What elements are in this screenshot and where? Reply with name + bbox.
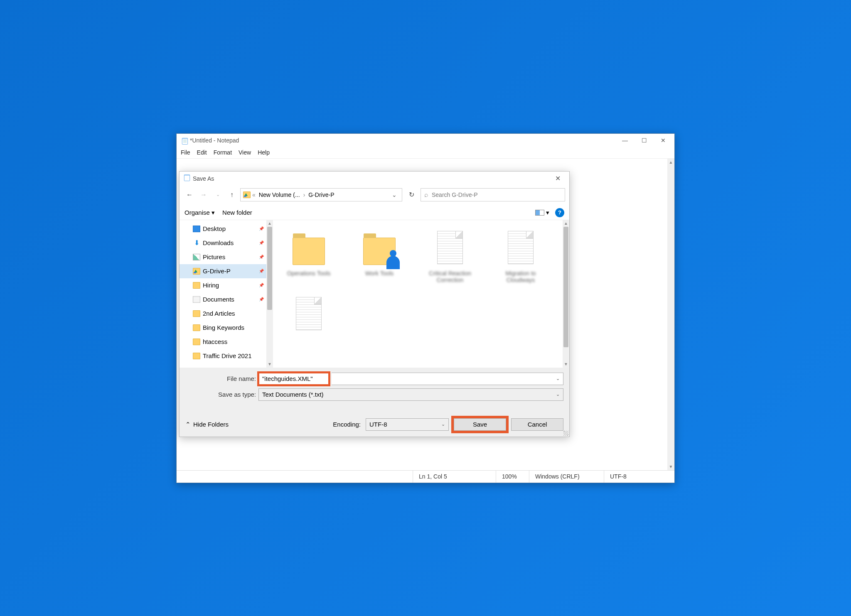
breadcrumb-dropdown[interactable]: ⌄ bbox=[389, 191, 399, 198]
savetype-label: Save as type: bbox=[185, 391, 256, 398]
pin-icon: 📌 bbox=[259, 255, 264, 259]
folder-item[interactable]: Work Tools bbox=[348, 223, 411, 287]
dialog-icon bbox=[183, 174, 191, 184]
status-line-ending: Windows (CRLF) bbox=[529, 471, 604, 483]
menu-bar: File Edit Format View Help bbox=[177, 147, 674, 159]
dialog-title: Save As bbox=[193, 175, 549, 182]
filename-dropdown[interactable]: ⌄ bbox=[332, 373, 563, 385]
status-position: Ln 1, Col 5 bbox=[413, 471, 496, 483]
file-scrollbar[interactable]: ▲▼ bbox=[563, 220, 569, 368]
tree-scrollbar[interactable]: ▲▼ bbox=[266, 220, 273, 368]
download-icon: ⬇ bbox=[193, 240, 200, 246]
hide-folders-button[interactable]: ⌃ Hide Folders bbox=[185, 421, 229, 428]
file-item[interactable]: Critical Reaction Correction bbox=[418, 223, 482, 287]
person-icon bbox=[386, 256, 400, 269]
folder-icon bbox=[193, 324, 200, 331]
editor-scrollbar[interactable]: ▲ ▼ bbox=[667, 159, 674, 470]
tree-item-desktop[interactable]: Desktop📌 bbox=[180, 222, 273, 236]
tree-item-gdrivep[interactable]: G-Drive-P📌 bbox=[180, 264, 273, 278]
tree-item-downloads[interactable]: ⬇Downloads📌 bbox=[180, 236, 273, 250]
pictures-icon bbox=[193, 254, 200, 260]
folder-icon bbox=[193, 282, 200, 289]
window-title: *Untitled - Notepad bbox=[190, 137, 615, 144]
gdrive-icon bbox=[243, 191, 251, 198]
recent-dropdown[interactable]: ⌄ bbox=[212, 189, 224, 201]
close-button[interactable]: ✕ bbox=[654, 134, 673, 147]
file-item[interactable] bbox=[277, 290, 340, 339]
menu-edit[interactable]: Edit bbox=[197, 149, 207, 156]
breadcrumb-seg-folder[interactable]: G-Drive-P bbox=[307, 191, 336, 198]
tree-item-pictures[interactable]: Pictures📌 bbox=[180, 250, 273, 264]
pin-icon: 📌 bbox=[259, 226, 264, 231]
save-button[interactable]: Save bbox=[454, 418, 506, 431]
file-list[interactable]: Operations Tools Work Tools Critical Rea… bbox=[273, 220, 569, 368]
tree-item-htaccess[interactable]: htaccess bbox=[180, 335, 273, 349]
thumbnail-view-icon bbox=[535, 210, 544, 216]
maximize-button[interactable]: ☐ bbox=[635, 134, 654, 147]
organise-menu[interactable]: Organise ▾ bbox=[184, 209, 215, 216]
search-icon: ⌕ bbox=[424, 191, 428, 199]
encoding-select[interactable]: UTF-8 ⌄ bbox=[366, 418, 449, 431]
folder-item[interactable]: Operations Tools bbox=[277, 223, 340, 287]
pin-icon: 📌 bbox=[259, 297, 264, 302]
notepad-window: *Untitled - Notepad — ☐ ✕ File Edit Form… bbox=[176, 133, 675, 483]
file-item[interactable]: Migration to Cloudways bbox=[489, 223, 552, 287]
documents-icon bbox=[193, 296, 200, 303]
save-as-dialog: Save As ✕ ← → ⌄ ↑ « New Volume (... › G-… bbox=[179, 171, 570, 437]
menu-format[interactable]: Format bbox=[214, 149, 232, 156]
forward-button[interactable]: → bbox=[198, 189, 209, 201]
status-encoding: UTF-8 bbox=[604, 471, 674, 483]
cancel-button[interactable]: Cancel bbox=[511, 418, 563, 431]
svg-rect-1 bbox=[184, 174, 189, 181]
tree-item-traffic-drive[interactable]: Traffic Drive 2021 bbox=[180, 349, 273, 363]
chevron-icon: « bbox=[251, 191, 256, 198]
tree-item-2nd-articles[interactable]: 2nd Articles bbox=[180, 307, 273, 321]
title-bar: *Untitled - Notepad — ☐ ✕ bbox=[177, 134, 674, 147]
refresh-button[interactable]: ↻ bbox=[405, 188, 418, 201]
menu-help[interactable]: Help bbox=[258, 149, 270, 156]
pin-icon: 📌 bbox=[259, 269, 264, 273]
gdrive-icon bbox=[193, 268, 200, 275]
up-button[interactable]: ↑ bbox=[226, 189, 238, 201]
filename-input[interactable]: "itechguides.XML" bbox=[258, 373, 329, 385]
view-mode-button[interactable]: ▾ bbox=[535, 209, 549, 216]
encoding-label: Encoding: bbox=[333, 421, 361, 428]
dialog-close-button[interactable]: ✕ bbox=[549, 174, 566, 182]
search-box[interactable]: ⌕ bbox=[421, 188, 565, 201]
menu-file[interactable]: File bbox=[181, 149, 190, 156]
folder-icon bbox=[193, 310, 200, 317]
menu-view[interactable]: View bbox=[239, 149, 251, 156]
text-editor[interactable]: ▲ ▼ Save As ✕ ← → ⌄ ↑ « New Volu bbox=[177, 159, 674, 470]
tree-item-documents[interactable]: Documents📌 bbox=[180, 292, 273, 307]
minimize-button[interactable]: — bbox=[615, 134, 635, 147]
tree-item-bing-keywords[interactable]: Bing Keywords bbox=[180, 321, 273, 335]
search-input[interactable] bbox=[432, 191, 561, 198]
back-button[interactable]: ← bbox=[184, 189, 195, 201]
pin-icon: 📌 bbox=[259, 241, 264, 245]
desktop-icon bbox=[193, 226, 200, 232]
savetype-select[interactable]: Text Documents (*.txt) ⌄ bbox=[258, 388, 563, 401]
breadcrumb-seg-volume[interactable]: New Volume (... bbox=[257, 191, 302, 198]
chevron-icon: › bbox=[303, 191, 306, 198]
notepad-icon bbox=[181, 137, 187, 144]
folder-icon bbox=[193, 339, 200, 345]
new-folder-button[interactable]: New folder bbox=[222, 209, 252, 216]
resize-grip[interactable] bbox=[563, 431, 568, 436]
filename-label: File name: bbox=[185, 375, 256, 382]
help-button[interactable]: ? bbox=[555, 208, 564, 217]
folder-icon bbox=[193, 353, 200, 359]
status-zoom: 100% bbox=[496, 471, 529, 483]
pin-icon: 📌 bbox=[259, 283, 264, 287]
chevron-up-icon: ⌃ bbox=[185, 421, 191, 428]
tree-item-hiring[interactable]: Hiring📌 bbox=[180, 278, 273, 292]
navigation-tree: Desktop📌 ⬇Downloads📌 Pictures📌 G-Drive-P… bbox=[180, 220, 273, 368]
status-bar: Ln 1, Col 5 100% Windows (CRLF) UTF-8 bbox=[177, 470, 674, 483]
address-breadcrumb[interactable]: « New Volume (... › G-Drive-P ⌄ bbox=[240, 188, 402, 201]
